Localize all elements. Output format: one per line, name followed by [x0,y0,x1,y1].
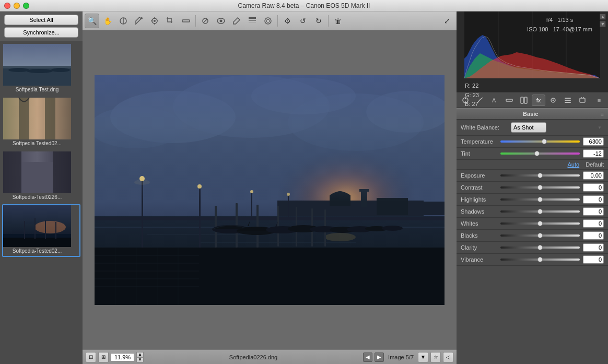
svg-point-39 [266,19,270,22]
panel-section-menu-button[interactable]: ≡ [601,111,604,117]
auto-default-row: Auto Default [457,160,608,170]
straighten-button[interactable] [179,14,193,28]
spot-removal-button[interactable] [198,14,213,28]
svg-point-4 [27,69,53,73]
filmstrip-item[interactable]: Softpedia Test.dng [2,43,80,96]
temperature-label: Temperature [461,138,497,145]
white-balance-tool-button[interactable] [116,14,131,28]
prev-image-button[interactable]: ◀ [363,353,372,362]
tint-value[interactable]: -12 [583,149,604,158]
red-eye-button[interactable] [214,14,228,28]
clarity-thumb[interactable] [537,245,543,250]
toolbar-separator-2 [277,15,278,27]
blacks-slider[interactable] [500,234,580,237]
window-title: Camera Raw 8.4 beta – Canon EOS 5D Mark … [238,2,370,9]
fill-page-button[interactable]: ⊞ [98,352,109,362]
highlight-clipping-button[interactable]: ▲ [600,14,606,20]
shutter-label: 1/13 s [557,17,573,23]
preferences-button[interactable]: ⚙ [280,14,295,28]
highlights-thumb[interactable] [537,197,543,202]
svg-point-38 [265,18,271,24]
hand-tool-button[interactable]: ✋ [100,14,115,28]
highlights-value[interactable]: 0 [583,195,604,204]
adjustment-brush-button[interactable] [229,14,244,28]
shadows-row: Shadows 0 [457,206,608,218]
vibrance-slider[interactable] [500,259,580,261]
temperature-value[interactable]: 6300 [583,137,604,146]
svg-rect-7 [19,98,29,139]
shadows-thumb[interactable] [537,209,543,214]
filmstrip-item-selected[interactable]: Softpedia-Tested02... [2,204,80,257]
image-area [83,30,457,349]
tint-thumb[interactable] [534,151,540,156]
toolbar-right: ⤢ [440,14,454,28]
blacks-thumb[interactable] [537,233,543,238]
graduated-filter-button[interactable] [245,14,260,28]
temperature-row: Temperature 6300 [457,136,608,148]
radial-filter-button[interactable] [261,14,275,28]
svg-rect-20 [55,222,56,239]
shadows-slider[interactable] [500,210,580,213]
color-sampler-button[interactable] [132,14,146,28]
exposure-slider[interactable] [500,174,580,177]
rating-button[interactable]: ☆ [430,352,441,362]
clarity-value[interactable]: 0 [583,243,604,252]
fullscreen-button[interactable]: ⤢ [440,14,454,28]
delete-button[interactable]: 🗑 [331,14,345,28]
whites-slider[interactable] [500,222,580,225]
maximize-button[interactable] [23,3,29,9]
zoom-up-button[interactable]: ▲ [136,352,144,357]
svg-rect-72 [142,180,143,248]
targeted-adjustment-button[interactable] [147,14,162,28]
auto-button[interactable]: Auto [568,161,580,168]
filmstrip-thumbnail [3,44,71,86]
clarity-slider[interactable] [500,246,580,249]
vibrance-value[interactable]: 0 [583,255,604,264]
right-panel: ▲ ▼ [457,11,608,364]
filename-label: Softpedia0226.dng [146,354,361,360]
svg-point-3 [8,68,29,72]
select-all-button[interactable]: Select All [4,15,78,25]
filmstrip-item[interactable]: Softpedia Tested02... [2,97,80,149]
temperature-thumb[interactable] [542,139,547,144]
exposure-value[interactable]: 0.00 [583,171,604,180]
tint-row: Tint -12 [457,148,608,160]
zoom-tool-button[interactable]: 🔍 [85,14,99,28]
default-button[interactable]: Default [586,161,604,168]
contrast-thumb[interactable] [537,185,543,190]
nav-prev-button[interactable]: ◁ [443,352,453,362]
shadows-value[interactable]: 0 [583,207,604,216]
exposure-info: f/4 1/13 s ISO 100 17–40@17 mm [527,16,592,34]
svg-rect-83 [256,205,259,248]
histogram-arrows[interactable]: ▲ ▼ [600,14,606,27]
contrast-slider[interactable] [500,186,580,189]
next-image-button[interactable]: ▶ [375,353,384,362]
close-button[interactable] [4,3,10,9]
g-value: G: 23 [465,91,479,100]
tint-slider[interactable] [500,152,580,155]
white-balance-select[interactable]: As Shot Auto Daylight Cloudy Shade Tungs… [511,122,546,133]
filmstrip-item[interactable]: Softpedia-Test0226... [2,150,80,203]
fit-page-button[interactable]: ⊡ [86,352,96,362]
exposure-thumb[interactable] [537,173,543,178]
svg-rect-10 [3,151,21,193]
rotate-cw-button[interactable]: ↻ [311,14,326,28]
zoom-down-button[interactable]: ▼ [136,357,144,362]
white-balance-select-wrap[interactable]: As Shot Auto Daylight Cloudy Shade Tungs… [511,122,604,133]
zoom-stepper[interactable]: ▲ ▼ [136,352,144,362]
crop-tool-button[interactable] [163,14,178,28]
synchronize-button[interactable]: Synchronize... [4,27,78,38]
rotate-ccw-button[interactable]: ↺ [296,14,310,28]
highlights-slider[interactable] [500,198,580,201]
minimize-button[interactable] [14,3,20,9]
temperature-slider[interactable] [500,140,580,143]
blacks-value[interactable]: 0 [583,231,604,240]
vibrance-thumb[interactable] [537,257,543,262]
filter-button[interactable]: ▼ [418,352,428,362]
shadow-clipping-button[interactable]: ▼ [600,21,606,27]
tint-label: Tint [461,150,497,157]
window-controls[interactable] [4,3,29,9]
whites-thumb[interactable] [537,221,543,226]
whites-value[interactable]: 0 [583,219,604,228]
contrast-value[interactable]: 0 [583,183,604,192]
